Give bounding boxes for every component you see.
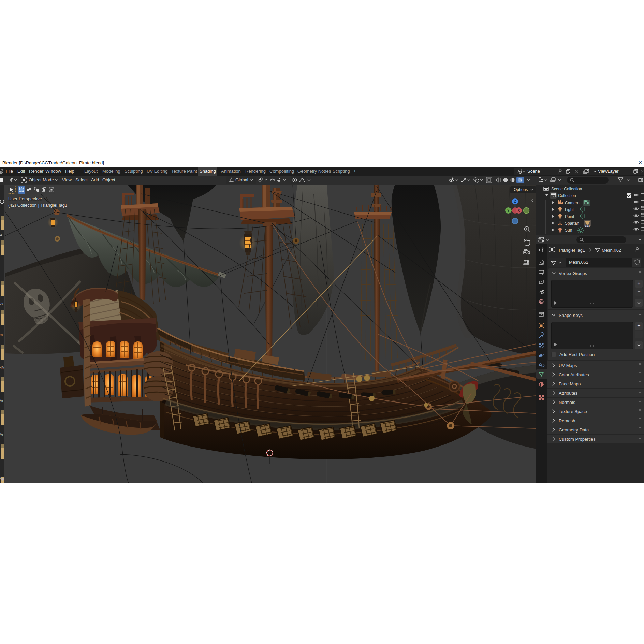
- svg-text:Ar: Ar: [0, 432, 3, 436]
- svg-text:dv: dv: [0, 301, 3, 305]
- svg-text:4.: 4.: [0, 233, 3, 237]
- svg-text:123: 123: [585, 224, 590, 228]
- svg-text:Ap: Ap: [0, 477, 4, 481]
- svg-text:m: m: [0, 333, 3, 337]
- svg-text:NM: NM: [0, 365, 4, 369]
- svg-text:Z: Z: [514, 200, 516, 203]
- svg-text:X: X: [518, 209, 520, 213]
- svg-text:Ar: Ar: [0, 399, 3, 403]
- svg-text:Y: Y: [507, 209, 510, 213]
